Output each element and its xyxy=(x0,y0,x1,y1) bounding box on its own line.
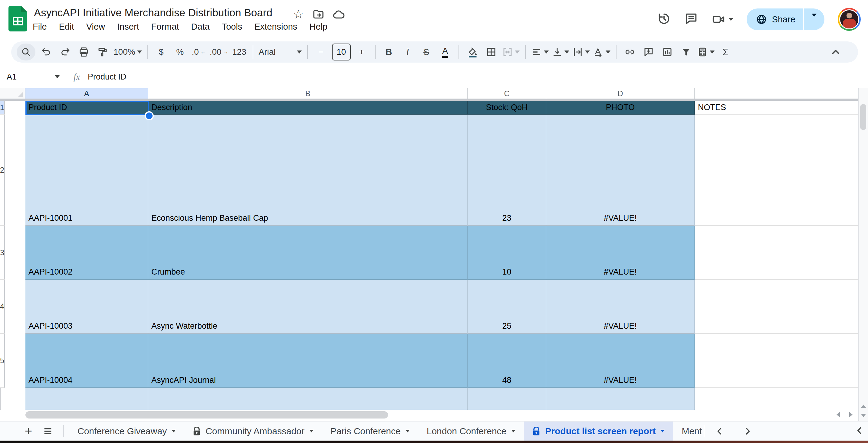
vertical-scrollbar-thumb[interactable] xyxy=(860,104,866,130)
strikethrough-button[interactable]: S xyxy=(418,43,434,61)
tab-conference-giveaway[interactable]: Conference Giveaway xyxy=(69,421,184,441)
cell-c3-stock[interactable]: 10 xyxy=(468,226,546,280)
tab-london-conference[interactable]: London Conference xyxy=(418,421,524,441)
insert-chart-button[interactable] xyxy=(659,43,675,61)
cell-d5-photo-error[interactable]: #VALUE! xyxy=(546,334,695,388)
row-number-1[interactable]: 1 xyxy=(0,101,5,114)
tab-truncated[interactable]: Ment xyxy=(673,421,704,441)
camera-dropdown-caret[interactable] xyxy=(728,18,733,21)
insert-link-button[interactable] xyxy=(622,43,638,61)
cell-a6[interactable] xyxy=(25,388,148,410)
namebox-caret[interactable] xyxy=(55,75,60,78)
more-formats-button[interactable]: 123 xyxy=(231,43,247,61)
tab-product-list-screen-report[interactable]: Product list screen report xyxy=(524,421,673,441)
cell-b4-description[interactable]: Async Waterbottle xyxy=(148,280,468,334)
scroll-left-icon[interactable] xyxy=(837,412,840,417)
header-cell-description[interactable]: Description xyxy=(148,101,468,114)
cell-c6[interactable] xyxy=(468,388,546,410)
tab-dropdown-caret[interactable] xyxy=(172,430,176,433)
expand-side-panel-icon[interactable] xyxy=(854,424,866,437)
row-number-4[interactable]: 4 xyxy=(0,280,5,334)
sheets-logo-icon[interactable] xyxy=(8,6,27,31)
row-number-6[interactable] xyxy=(0,388,1,410)
cell-e4[interactable] xyxy=(695,280,858,334)
share-button[interactable]: Share xyxy=(747,8,825,30)
vertical-align-button[interactable] xyxy=(552,43,569,61)
tab-dropdown-caret[interactable] xyxy=(511,430,516,433)
cell-e3[interactable] xyxy=(695,226,858,280)
functions-button[interactable]: Σ xyxy=(718,43,733,61)
zoom-select[interactable]: 100% xyxy=(114,43,142,61)
bold-button[interactable]: B xyxy=(381,43,397,61)
menu-tools[interactable]: Tools xyxy=(222,22,242,32)
star-icon[interactable]: ☆ xyxy=(293,7,304,21)
cell-d6[interactable] xyxy=(546,388,695,410)
text-color-button[interactable]: A xyxy=(437,43,453,61)
font-select[interactable]: Arial xyxy=(259,43,302,61)
header-cell-stock[interactable]: Stock: QoH xyxy=(468,101,546,114)
name-box[interactable]: A1 xyxy=(0,72,60,82)
row-number-5[interactable]: 5 xyxy=(0,334,5,388)
fill-color-button[interactable] xyxy=(465,43,480,61)
cell-e2[interactable] xyxy=(695,114,858,226)
cell-b5-description[interactable]: AsyncAPI Journal xyxy=(148,334,468,388)
share-dropdown-caret[interactable] xyxy=(804,16,825,22)
header-cell-notes[interactable]: NOTES xyxy=(695,101,858,114)
menu-help[interactable]: Help xyxy=(309,22,328,32)
vertical-scrollbar[interactable] xyxy=(858,88,868,421)
tab-dropdown-caret[interactable] xyxy=(309,430,314,433)
row-number-3[interactable]: 3 xyxy=(0,226,5,280)
menu-extensions[interactable]: Extensions xyxy=(254,22,297,32)
cell-a5-product-id[interactable]: AAPI-10004 xyxy=(25,334,148,388)
redo-button[interactable] xyxy=(57,43,73,61)
scroll-up-icon[interactable] xyxy=(861,405,866,408)
cell-c2-stock[interactable]: 23 xyxy=(468,114,546,226)
version-history-icon[interactable] xyxy=(657,12,671,27)
decrease-decimal-button[interactable]: .0← xyxy=(191,43,207,61)
column-header-b[interactable]: B xyxy=(148,88,468,99)
row-number-2[interactable]: 2 xyxy=(0,114,5,226)
menu-file[interactable]: File xyxy=(33,22,47,32)
search-icon[interactable] xyxy=(17,43,35,61)
move-folder-icon[interactable] xyxy=(312,8,324,22)
column-header-a[interactable]: A xyxy=(25,88,148,99)
horizontal-align-button[interactable] xyxy=(531,43,549,61)
text-wrapping-button[interactable] xyxy=(572,43,590,61)
cell-d2-photo-error[interactable]: #VALUE! xyxy=(546,114,695,226)
menu-insert[interactable]: Insert xyxy=(117,22,139,32)
cloud-status-icon[interactable] xyxy=(332,8,345,22)
collapse-toolbar-button[interactable] xyxy=(828,43,843,61)
scroll-down-icon[interactable] xyxy=(861,414,866,417)
all-sheets-button[interactable] xyxy=(38,421,58,441)
scroll-right-icon[interactable] xyxy=(849,412,852,417)
cell-a2-product-id[interactable]: AAPI-10001 xyxy=(25,114,148,226)
paint-format-button[interactable] xyxy=(95,43,111,61)
font-size-input[interactable]: 10 xyxy=(332,43,351,61)
column-header-e[interactable] xyxy=(695,88,858,99)
print-button[interactable] xyxy=(76,43,92,61)
add-sheet-button[interactable]: + xyxy=(19,421,38,441)
cell-e6[interactable] xyxy=(695,388,858,410)
cell-b3-description[interactable]: Crumbee xyxy=(148,226,468,280)
format-percent-button[interactable]: % xyxy=(172,43,188,61)
cell-a3-product-id[interactable]: AAPI-10002 xyxy=(25,226,148,280)
header-cell-photo[interactable]: PHOTO xyxy=(546,101,695,114)
fill-handle[interactable] xyxy=(145,111,154,121)
decrease-font-size-button[interactable]: − xyxy=(313,43,329,61)
formula-input[interactable]: Product ID xyxy=(88,72,126,82)
cell-a4-product-id[interactable]: AAPI-10003 xyxy=(25,280,148,334)
tabs-scroll-left-icon[interactable] xyxy=(715,426,725,436)
column-header-d[interactable]: D xyxy=(546,88,695,99)
undo-button[interactable] xyxy=(38,43,54,61)
cell-c4-stock[interactable]: 25 xyxy=(468,280,546,334)
document-title[interactable]: AsyncAPI Initiative Merchandise Distribu… xyxy=(34,7,272,19)
comments-icon[interactable] xyxy=(684,12,698,27)
column-header-c[interactable]: C xyxy=(468,88,546,99)
tab-community-ambassador[interactable]: Community Ambassador xyxy=(184,421,322,441)
format-currency-button[interactable]: $ xyxy=(153,43,169,61)
increase-decimal-button[interactable]: .00→ xyxy=(210,43,228,61)
avatar[interactable] xyxy=(838,8,861,31)
italic-button[interactable]: I xyxy=(400,43,415,61)
tabs-scroll-right-icon[interactable] xyxy=(742,426,753,436)
cell-c5-stock[interactable]: 48 xyxy=(468,334,546,388)
